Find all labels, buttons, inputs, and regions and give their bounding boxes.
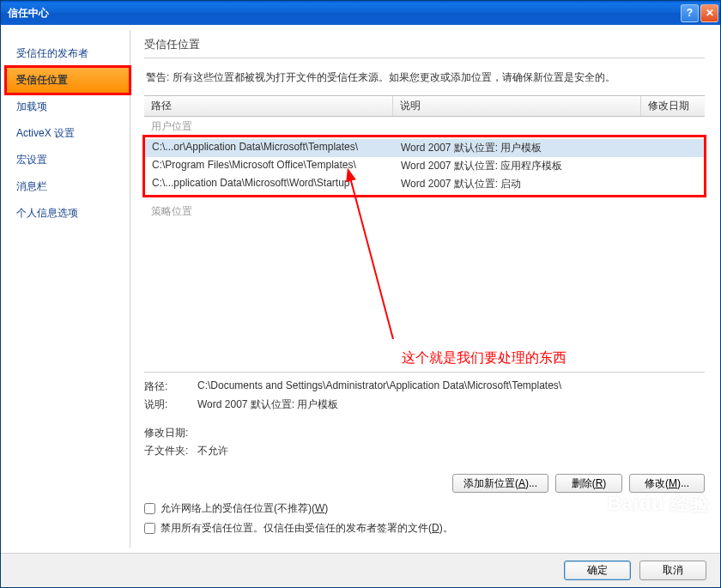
row-path: C:\Program Files\Microsoft Office\Templa… — [152, 159, 401, 173]
sidebar-item-addins[interactable]: 加载项 — [6, 94, 130, 120]
ok-button[interactable]: 确定 — [564, 561, 631, 580]
sidebar-item-message-bar[interactable]: 消息栏 — [6, 173, 130, 200]
row-desc: Word 2007 默认位置: 应用程序模板 — [401, 159, 697, 173]
main-panel: 受信任位置 警告: 所有这些位置都被视为打开文件的受信任来源。如果您更改或添加位… — [130, 25, 720, 553]
detail-desc-value: Word 2007 默认位置: 用户模板 — [197, 397, 338, 412]
cancel-button[interactable]: 取消 — [639, 561, 706, 580]
table-row[interactable]: C:\...pplication Data\Microsoft\Word\Sta… — [145, 175, 704, 193]
remove-button[interactable]: 删除(R) — [555, 474, 622, 493]
add-location-button[interactable]: 添加新位置(A)... — [452, 474, 548, 493]
row-path: C:\...pplication Data\Microsoft\Word\Sta… — [152, 177, 401, 191]
disable-all-label[interactable]: 禁用所有受信任位置。仅信任由受信任的发布者签署的文件(D)。 — [161, 521, 453, 536]
annotation-text: 这个就是我们要处理的东西 — [402, 349, 566, 367]
col-path-header[interactable]: 路径 — [144, 96, 393, 116]
sidebar: 受信任的发布者 受信任位置 加载项 ActiveX 设置 宏设置 消息栏 个人信… — [6, 30, 130, 548]
allow-network-label[interactable]: 允许网络上的受信任位置(不推荐)(W) — [161, 501, 328, 516]
sidebar-item-trusted-locations[interactable]: 受信任位置 — [6, 67, 130, 94]
help-button[interactable]: ? — [681, 4, 699, 22]
detail-date-label: 修改日期: — [144, 426, 197, 440]
sidebar-item-privacy[interactable]: 个人信息选项 — [6, 200, 130, 227]
sidebar-item-macros[interactable]: 宏设置 — [6, 147, 130, 173]
details-pane: 路径: C:\Documents and Settings\Administra… — [144, 372, 705, 462]
disable-all-checkbox[interactable] — [144, 523, 155, 534]
table-row[interactable]: C:\...or\Application Data\Microsoft\Temp… — [145, 139, 704, 157]
sidebar-item-trusted-publishers[interactable]: 受信任的发布者 — [6, 40, 130, 67]
modify-button[interactable]: 修改(M)... — [629, 474, 705, 493]
close-button[interactable]: ✕ — [700, 4, 718, 22]
window-title: 信任中心 — [3, 6, 681, 21]
detail-sub-value: 不允许 — [197, 444, 228, 458]
group-policy-locations: 策略位置 — [144, 197, 705, 219]
allow-network-checkbox[interactable] — [144, 503, 155, 514]
detail-desc-label: 说明: — [144, 397, 197, 412]
locations-highlight-box: C:\...or\Application Data\Microsoft\Temp… — [142, 135, 706, 197]
dialog-footer: 确定 取消 — [1, 553, 720, 587]
sidebar-item-activex[interactable]: ActiveX 设置 — [6, 120, 130, 147]
panel-title: 受信任位置 — [144, 37, 705, 58]
titlebar[interactable]: 信任中心 ? ✕ — [1, 1, 720, 25]
row-desc: Word 2007 默认位置: 用户模板 — [401, 141, 697, 155]
col-desc-header[interactable]: 说明 — [393, 96, 641, 116]
table-header: 路径 说明 修改日期 — [144, 95, 705, 117]
detail-path-label: 路径: — [144, 379, 197, 394]
row-path: C:\...or\Application Data\Microsoft\Temp… — [152, 141, 401, 155]
detail-path-value: C:\Documents and Settings\Administrator\… — [197, 379, 561, 394]
row-desc: Word 2007 默认位置: 启动 — [401, 177, 697, 191]
warning-text: 警告: 所有这些位置都被视为打开文件的受信任来源。如果您更改或添加位置，请确保新… — [146, 70, 703, 85]
col-date-header[interactable]: 修改日期 — [641, 96, 705, 116]
table-row[interactable]: C:\Program Files\Microsoft Office\Templa… — [145, 157, 704, 175]
detail-sub-label: 子文件夹: — [144, 444, 197, 458]
group-user-locations: 用户位置 — [144, 117, 705, 136]
